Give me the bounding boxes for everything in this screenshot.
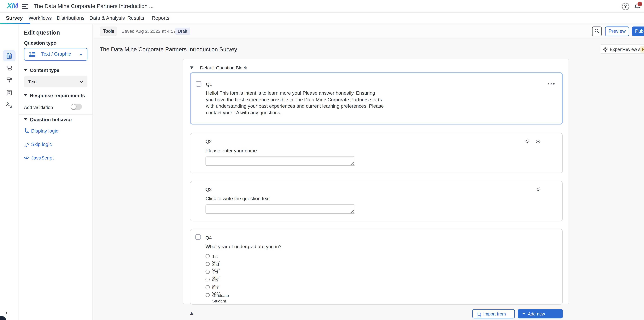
radio-button[interactable] — [206, 285, 210, 289]
question-id: Q1 — [206, 82, 212, 87]
question-card-q2[interactable]: Q2 Please enter your name — [190, 133, 563, 173]
javascript-link[interactable]: </> JavaScript — [24, 155, 91, 161]
radio-button[interactable] — [206, 293, 210, 297]
primary-nav-tabs: Survey Workflows Distributions Data & An… — [0, 13, 644, 24]
question-card-q4[interactable]: Q4 What year of undergrad are you in? 1s… — [190, 229, 563, 304]
status-badge: Draft — [175, 28, 190, 35]
text-graphic-icon: T — [29, 51, 36, 59]
rail-survey-flow-button[interactable] — [3, 62, 16, 74]
answer-textarea[interactable] — [206, 157, 355, 166]
display-logic-icon — [24, 128, 30, 134]
survey-canvas-area: Tools Saved Aug 2, 2022 at 4:57 PM Draft… — [93, 24, 644, 320]
preview-button[interactable]: Preview — [605, 27, 629, 36]
question-text[interactable]: Please enter your name — [206, 148, 257, 154]
question-type-value: Text / Graphic — [41, 48, 71, 60]
answer-textarea[interactable] — [206, 204, 355, 214]
active-tab-underline — [0, 23, 30, 24]
question-id: Q4 — [206, 235, 212, 240]
survey-builder-icon — [6, 52, 12, 59]
survey-name-breadcrumb[interactable]: The Data Mine Corporate Partners Introdu… — [34, 0, 154, 13]
question-behavior-section-header[interactable]: Question behavior — [24, 117, 72, 122]
radio-button[interactable] — [206, 262, 210, 266]
survey-flow-icon — [6, 65, 12, 71]
paint-roller-icon — [6, 76, 12, 83]
left-icon-rail: 文 A › — [0, 24, 18, 320]
expert-review-score-badge: Fair — [640, 46, 644, 53]
question-text[interactable]: Click to write the question text — [206, 196, 270, 202]
next-block-caret-icon[interactable] — [190, 312, 193, 315]
asterisk-icon[interactable] — [536, 138, 541, 144]
content-type-dropdown[interactable]: Text — [24, 76, 88, 87]
editor-toolbar: Tools Saved Aug 2, 2022 at 4:57 PM Draft… — [93, 24, 644, 38]
expand-rail-chevron-icon[interactable]: › — [6, 309, 7, 316]
question-checkbox[interactable] — [196, 81, 201, 87]
top-bar: XM The Data Mine Corporate Partners Intr… — [0, 0, 644, 13]
question-checkbox[interactable] — [196, 234, 201, 240]
tab-reports[interactable]: Reports — [152, 13, 169, 24]
translate-icon: 文 A — [6, 102, 12, 108]
radio-button[interactable] — [206, 270, 210, 273]
tab-data-analysis[interactable]: Data & Analysis — [90, 13, 125, 24]
display-logic-link[interactable]: Display logic — [24, 128, 91, 134]
search-button[interactable] — [592, 27, 602, 36]
question-block: Default Question Block Q1 Hello! This fo… — [183, 59, 569, 304]
add-validation-label: Add validation — [24, 105, 53, 110]
notification-badge: 1 — [638, 2, 642, 6]
question-card-q1[interactable]: Q1 Hello! This form's intent is to learn… — [190, 72, 563, 125]
block-title[interactable]: Default Question Block — [200, 65, 247, 70]
question-card-q3[interactable]: Q3 Click to write the question text — [190, 181, 563, 221]
skip-logic-icon — [24, 141, 30, 147]
edit-question-panel: Edit question Question type T Text / Gra… — [18, 24, 93, 320]
last-saved-status: Saved Aug 2, 2022 at 4:57 PM — [122, 24, 184, 38]
add-new-question-button[interactable]: + Add new question — [518, 309, 563, 318]
chevron-down-icon — [80, 80, 83, 84]
question-menu-ellipsis-icon[interactable] — [548, 83, 554, 85]
help-icon[interactable]: ? — [622, 3, 629, 10]
question-type-label: Question type — [24, 40, 56, 45]
tab-survey[interactable]: Survey — [6, 13, 23, 24]
search-icon — [594, 28, 600, 35]
plus-icon: + — [522, 309, 526, 318]
xm-logo[interactable]: XM — [7, 1, 18, 11]
lightbulb-icon[interactable] — [524, 138, 530, 144]
qualtrics-survey-editor: XM The Data Mine Corporate Partners Intr… — [0, 0, 644, 320]
rail-translations-button[interactable]: 文 A — [3, 99, 16, 111]
rail-survey-options-button[interactable] — [3, 87, 16, 98]
question-id: Q3 — [206, 187, 212, 192]
tools-dropdown[interactable]: Tools — [100, 27, 117, 36]
survey-title[interactable]: The Data Mine Corporate Partners Introdu… — [100, 46, 237, 53]
question-id: Q2 — [206, 139, 212, 144]
rail-look-and-feel-button[interactable] — [3, 74, 16, 85]
publish-button[interactable]: Publish — [632, 27, 644, 36]
expert-review-label: ExpertReview score — [610, 45, 644, 54]
lightbulb-icon[interactable] — [536, 186, 541, 192]
lightbulb-icon — [603, 47, 608, 52]
import-from-library-button[interactable]: Import from library — [472, 309, 515, 318]
radio-button[interactable] — [206, 254, 210, 258]
panel-title: Edit question — [24, 29, 60, 36]
question-type-dropdown[interactable]: T Text / Graphic — [24, 48, 88, 61]
add-validation-toggle[interactable] — [70, 104, 82, 110]
expert-review-pill[interactable]: ExpertReview score Fair — [600, 44, 644, 54]
block-collapse-caret-icon[interactable] — [190, 67, 193, 69]
tab-distributions[interactable]: Distributions — [57, 13, 84, 24]
question-text[interactable]: What year of undergrad are you in? — [206, 243, 282, 250]
rail-survey-builder-button[interactable] — [3, 50, 16, 61]
skip-logic-link[interactable]: Skip logic — [24, 141, 91, 147]
hamburger-menu-icon[interactable] — [22, 4, 28, 9]
chevron-down-icon[interactable] — [128, 5, 131, 8]
book-icon — [476, 311, 482, 316]
question-text[interactable]: Hello! This form's intent is to learn mo… — [206, 90, 384, 116]
tab-workflows[interactable]: Workflows — [28, 13, 52, 24]
content-type-section-header[interactable]: Content type — [24, 68, 60, 73]
response-requirements-section-header[interactable]: Response requirements — [24, 93, 85, 98]
chevron-down-icon — [79, 53, 83, 56]
tab-results[interactable]: Results — [128, 13, 144, 24]
survey-options-icon — [6, 89, 12, 96]
chevron-down-icon — [111, 29, 115, 33]
javascript-icon: </> — [24, 155, 30, 161]
radio-button[interactable] — [206, 277, 210, 281]
